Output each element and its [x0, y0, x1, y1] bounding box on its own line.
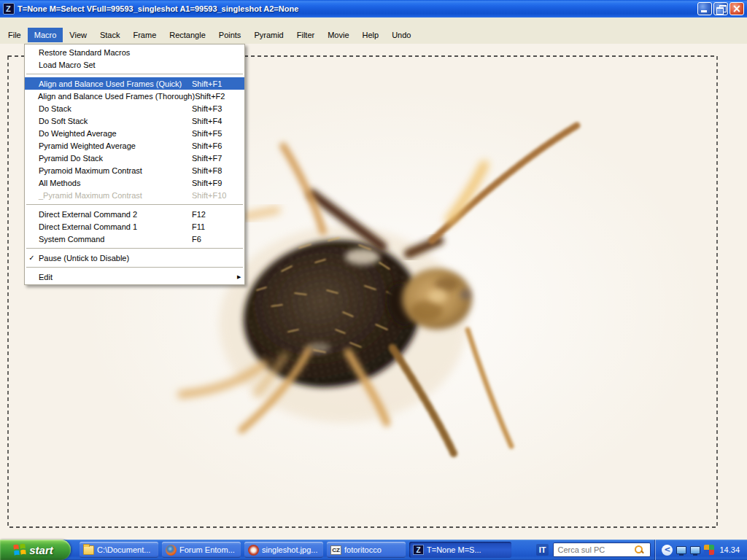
- menu-item-shortcut: Shift+F2: [195, 92, 237, 101]
- menu-rectangle[interactable]: Rectangle: [163, 28, 212, 42]
- firefox-icon: [166, 545, 177, 556]
- menu-separator: [26, 74, 243, 74]
- menu-item-label: Pyramoid Maximum Contrast: [39, 166, 192, 175]
- check-icon: ✓: [25, 252, 39, 264]
- menu-view[interactable]: View: [63, 28, 93, 42]
- menu-item-shortcut: Shift+F7: [192, 154, 237, 163]
- menu-item-label: Pause (Untick to Disable): [39, 254, 192, 262]
- menu-item-label: Do Soft Stack: [39, 117, 192, 125]
- taskbar-button-label: C:\Document...: [97, 545, 150, 554]
- menu-file[interactable]: File: [1, 28, 28, 42]
- menu-item-shortcut: Shift+F8: [192, 166, 237, 175]
- image-viewer-icon: [248, 545, 259, 556]
- menu-item-shortcut: F6: [192, 235, 237, 244]
- menu-item-shortcut: Shift+F5: [192, 129, 237, 138]
- language-indicator[interactable]: IT: [536, 544, 549, 556]
- restore-button[interactable]: [713, 2, 728, 15]
- menu-macro[interactable]: Macro: [28, 28, 63, 42]
- menu-bar: FileMacroViewStackFrameRectanglePointsPy…: [0, 18, 747, 44]
- macro-menu-item[interactable]: Do Weighted AverageShift+F5: [25, 127, 244, 139]
- start-button[interactable]: start: [0, 540, 71, 560]
- macro-menu-item[interactable]: Pyramid Weighted AverageShift+F6: [25, 139, 244, 152]
- menu-item-label: Direct External Command 2: [39, 210, 192, 219]
- submenu-arrow-icon: ▶: [237, 271, 244, 283]
- taskbar-tasks: C:\Document...Forum Entom...singleshot.j…: [80, 542, 511, 558]
- menu-item-label: All Methods: [39, 179, 192, 187]
- menu-help[interactable]: Help: [356, 28, 386, 42]
- macro-menu-item[interactable]: Restore Standard Macros: [25, 46, 244, 58]
- menu-item-shortcut: F12: [192, 210, 237, 219]
- taskbar-button-label: singleshot.jpg...: [262, 545, 317, 554]
- taskbar-button-label: Forum Entom...: [179, 545, 235, 554]
- taskbar: start C:\Document...Forum Entom...single…: [0, 540, 747, 560]
- menu-item-label: Load Macro Set: [39, 61, 192, 69]
- menu-item-label: Do Weighted Average: [39, 129, 192, 138]
- macro-menu-item[interactable]: Pyramid Do StackShift+F7: [25, 152, 244, 164]
- menu-separator: [26, 204, 243, 205]
- minimize-button[interactable]: [697, 2, 712, 15]
- close-button[interactable]: [729, 2, 744, 15]
- macro-menu-item[interactable]: Do Soft StackShift+F4: [25, 114, 244, 127]
- taskbar-button[interactable]: Forum Entom...: [162, 542, 241, 558]
- macro-menu-item[interactable]: Direct External Command 1F11: [25, 220, 244, 233]
- cz-icon: [330, 545, 341, 555]
- macro-menu-item[interactable]: Pyramoid Maximum ContrastShift+F8: [25, 164, 244, 176]
- menu-item-shortcut: Shift+F9: [192, 179, 237, 187]
- macro-menu-item[interactable]: System CommandF6: [25, 233, 244, 245]
- menu-item-shortcut: Shift+F4: [192, 117, 237, 125]
- macro-menu-item[interactable]: Edit▶: [25, 271, 244, 283]
- desktop: T=None M=Select VFull=99593_singleshot A…: [0, 0, 747, 560]
- menu-item-label: Direct External Command 1: [39, 222, 192, 231]
- macro-menu-item: _Pyramid Maximum ContrastShift+F10: [25, 189, 244, 201]
- menu-item-label: _Pyramid Maximum Contrast: [39, 191, 192, 200]
- desktop-search-box: [553, 542, 651, 557]
- menu-undo[interactable]: Undo: [385, 28, 417, 42]
- windows-flag-icon: [13, 543, 26, 556]
- menu-item-shortcut: F11: [192, 222, 237, 231]
- menu-points[interactable]: Points: [212, 28, 248, 42]
- menu-item-label: Align and Balance Used Frames (Thorough): [38, 92, 195, 101]
- combinez-icon: [413, 545, 424, 555]
- macro-menu-item[interactable]: ✓Pause (Untick to Disable): [25, 252, 244, 264]
- menu-item-shortcut: Shift+F10: [192, 191, 237, 200]
- network-icon[interactable]: [690, 546, 700, 554]
- network-icon[interactable]: [676, 546, 686, 554]
- menu-item-label: Do Stack: [39, 104, 192, 113]
- taskbar-button[interactable]: singleshot.jpg...: [244, 542, 323, 558]
- macro-menu-item[interactable]: Direct External Command 2F12: [25, 208, 244, 220]
- start-label: start: [29, 544, 58, 556]
- system-tray: < 14.34: [655, 540, 747, 560]
- search-icon[interactable]: [634, 545, 644, 555]
- taskbar-button[interactable]: C:\Document...: [80, 542, 158, 558]
- menu-item-label: Restore Standard Macros: [39, 48, 192, 57]
- antivirus-icon[interactable]: [704, 545, 714, 555]
- menu-item-label: System Command: [39, 235, 192, 244]
- macro-menu: Restore Standard MacrosLoad Macro SetAli…: [24, 44, 245, 285]
- window-titlebar: T=None M=Select VFull=99593_singleshot A…: [0, 0, 747, 18]
- tray-chevron-icon[interactable]: <: [662, 545, 673, 556]
- menu-item-shortcut: Shift+F6: [192, 141, 237, 150]
- combinez-app-icon: [3, 3, 15, 15]
- macro-menu-item[interactable]: Align and Balance Used Frames (Thorough)…: [25, 90, 244, 102]
- macro-menu-item[interactable]: Do StackShift+F3: [25, 102, 244, 114]
- macro-menu-item[interactable]: Load Macro Set: [25, 58, 244, 71]
- menu-item-label: Align and Balance Used Frames (Quick): [39, 79, 192, 88]
- window-title: T=None M=Select VFull=99593_singleshot A…: [18, 4, 697, 13]
- search-input[interactable]: [557, 545, 634, 554]
- menu-pyramid[interactable]: Pyramid: [247, 28, 290, 42]
- menu-item-shortcut: Shift+F3: [192, 104, 237, 113]
- menu-item-label: Pyramid Do Stack: [39, 154, 192, 163]
- macro-menu-item[interactable]: All MethodsShift+F9: [25, 176, 244, 189]
- taskbar-button[interactable]: T=None M=S...: [409, 542, 511, 558]
- macro-menu-item[interactable]: Align and Balance Used Frames (Quick)Shi…: [25, 77, 244, 90]
- taskbar-clock[interactable]: 14.34: [718, 545, 743, 554]
- menu-separator: [26, 248, 243, 249]
- menu-stack[interactable]: Stack: [93, 28, 127, 42]
- taskbar-button-label: fotoritocco: [344, 545, 382, 554]
- menu-movie[interactable]: Movie: [321, 28, 355, 42]
- taskbar-button[interactable]: fotoritocco: [327, 542, 406, 558]
- menu-filter[interactable]: Filter: [290, 28, 321, 42]
- folder-icon: [83, 545, 94, 555]
- taskbar-button-label: T=None M=S...: [427, 545, 481, 554]
- menu-frame[interactable]: Frame: [126, 28, 163, 42]
